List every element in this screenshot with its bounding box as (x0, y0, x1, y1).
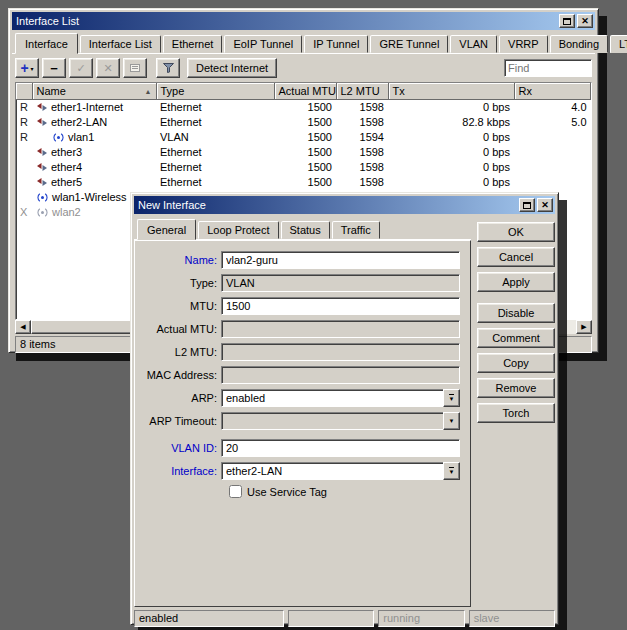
l2-mtu-field (221, 343, 460, 361)
actual-mtu-cell: 1500 (274, 144, 336, 159)
flag-cell (16, 159, 32, 174)
l2-mtu-column-header[interactable]: L2 MTU (336, 83, 388, 99)
maximize-icon (523, 202, 531, 209)
tab-vrrp[interactable]: VRRP (499, 35, 548, 53)
actual-mtu-cell: 1500 (274, 99, 336, 114)
close-button[interactable]: ✕ (537, 198, 553, 212)
flag-cell (16, 189, 32, 204)
actual-mtu-label: Actual MTU: (139, 323, 221, 335)
scroll-left-button[interactable]: ◀ (15, 320, 31, 334)
tab-loop-protect[interactable]: Loop Protect (198, 221, 278, 239)
remove-button[interactable]: − (42, 58, 66, 78)
actual-mtu-column-header[interactable]: Actual MTU (274, 83, 336, 99)
disable-button[interactable]: Disable (477, 303, 555, 323)
tab-vlan[interactable]: VLAN (450, 35, 497, 53)
comment-button[interactable] (123, 58, 147, 78)
maximize-button[interactable] (559, 14, 575, 28)
type-cell: Ethernet (156, 144, 274, 159)
type-cell: Ethernet (156, 99, 274, 114)
interface-dropdown-button[interactable]: ▼ (443, 462, 460, 480)
sort-asc-icon: ▲ (145, 88, 152, 95)
tab-label: Traffic (341, 224, 371, 236)
interface-name: ether3 (51, 146, 82, 158)
interface-list-titlebar[interactable]: Interface List ✕ (12, 12, 595, 30)
interface-label: Interface: (139, 465, 221, 477)
tab-lte[interactable]: LTE (610, 35, 627, 53)
interface-name: ether2-LAN (51, 116, 107, 128)
arp-select[interactable]: ▼ (221, 389, 460, 407)
l2-mtu-cell: 1598 (336, 144, 388, 159)
tab-interface[interactable]: Interface (15, 33, 78, 54)
name-column-header[interactable]: ▲Name (32, 83, 156, 99)
interface-select[interactable]: ▼ (221, 462, 460, 480)
add-button[interactable]: + ▾ (15, 58, 39, 78)
tab-bonding[interactable]: Bonding (550, 35, 608, 53)
tab-label: IP Tunnel (313, 38, 359, 50)
tab-label: Interface (25, 38, 68, 50)
name-input[interactable] (221, 251, 460, 269)
ok-button[interactable]: OK (477, 222, 555, 242)
tab-ethernet[interactable]: Ethernet (163, 35, 223, 53)
table-row[interactable]: R ether2-LAN Ethernet 1500 1598 82.8 kbp… (16, 114, 591, 129)
scroll-right-button[interactable]: ▶ (576, 320, 592, 334)
flag-cell: R (16, 129, 32, 144)
copy-button[interactable]: Copy (477, 353, 555, 373)
cancel-button[interactable]: Cancel (477, 247, 555, 267)
table-row[interactable]: ether4 Ethernet 1500 1598 0 bps (16, 159, 591, 174)
interface-input[interactable] (221, 462, 443, 480)
apply-button[interactable]: Apply (477, 272, 555, 292)
rx-cell (514, 144, 591, 159)
dialog-title: New Interface (138, 199, 517, 211)
arp-dropdown-button[interactable]: ▼ (443, 389, 460, 407)
rx-cell: 4.0 (514, 99, 591, 114)
arp-timeout-input (221, 412, 443, 430)
interface-name: ether1-Internet (51, 101, 123, 113)
detect-internet-button[interactable]: Detect Internet (187, 58, 277, 78)
tab-ip-tunnel[interactable]: IP Tunnel (304, 35, 368, 53)
name-cell: vlan1 (32, 129, 156, 144)
tx-column-header[interactable]: Tx (388, 83, 514, 99)
table-row[interactable]: ether3 Ethernet 1500 1598 0 bps (16, 144, 591, 159)
tab-gre-tunnel[interactable]: GRE Tunnel (370, 35, 448, 53)
empty-status (288, 610, 374, 627)
table-row[interactable]: R vlan1 VLAN 1500 1594 0 bps (16, 129, 591, 144)
comment-button[interactable]: Comment (477, 328, 555, 348)
enable-button[interactable]: ✓ (69, 58, 93, 78)
mtu-input[interactable] (221, 297, 460, 315)
filter-button[interactable] (156, 58, 180, 78)
ethernet-icon (36, 117, 48, 127)
add-icon: + (20, 61, 28, 75)
dialog-statusbar: enabled running slave (134, 610, 555, 627)
tab-label: Status (290, 224, 321, 236)
use-service-tag-checkbox[interactable] (229, 485, 242, 498)
running-status: running (378, 610, 464, 627)
new-interface-titlebar[interactable]: New Interface ✕ (134, 196, 555, 214)
column-label: Rx (519, 85, 532, 97)
name-cell: ether1-Internet (32, 99, 156, 114)
table-row[interactable]: R ether1-Internet Ethernet 1500 1598 0 b… (16, 99, 591, 114)
actual-mtu-cell: 1500 (274, 174, 336, 189)
tab-traffic[interactable]: Traffic (332, 221, 380, 239)
tab-interface-list[interactable]: Interface List (80, 35, 161, 53)
find-input[interactable] (504, 59, 592, 77)
table-row[interactable]: ether5 Ethernet 1500 1598 0 bps (16, 174, 591, 189)
flag-column-header[interactable] (16, 83, 32, 99)
l2-mtu-cell: 1598 (336, 159, 388, 174)
disable-button[interactable]: ✕ (96, 58, 120, 78)
arp-timeout-dropdown-button[interactable]: ▼ (443, 412, 460, 430)
type-cell: VLAN (156, 129, 274, 144)
rx-column-header[interactable]: Rx (514, 83, 591, 99)
arp-input[interactable] (221, 389, 443, 407)
vlan-id-input[interactable] (221, 439, 460, 457)
arp-timeout-select[interactable]: ▼ (221, 412, 460, 430)
torch-button[interactable]: Torch (477, 403, 555, 423)
maximize-button[interactable] (519, 198, 535, 212)
type-column-header[interactable]: Type (156, 83, 274, 99)
name-cell: ether2-LAN (32, 114, 156, 129)
interface-name: ether4 (51, 161, 82, 173)
tab-status[interactable]: Status (281, 221, 330, 239)
close-button[interactable]: ✕ (577, 14, 593, 28)
tab-general[interactable]: General (137, 219, 196, 240)
tab-eoip-tunnel[interactable]: EoIP Tunnel (224, 35, 302, 53)
remove-button[interactable]: Remove (477, 378, 555, 398)
